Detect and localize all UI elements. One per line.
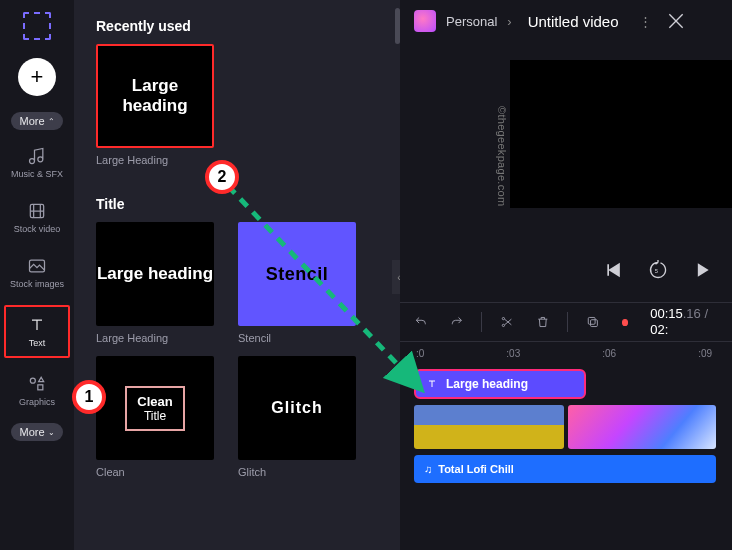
- text-icon: [27, 315, 47, 335]
- film-icon: [27, 201, 47, 221]
- template-thumb: Stencil: [238, 222, 356, 326]
- text-clip[interactable]: Large heading: [414, 369, 586, 399]
- divider: [567, 312, 568, 332]
- video-clip[interactable]: [414, 405, 564, 449]
- workspace-name[interactable]: Personal: [446, 14, 497, 29]
- svg-rect-8: [589, 317, 596, 324]
- svg-rect-3: [38, 385, 43, 390]
- video-track: [414, 405, 718, 449]
- sidebar-item-label: Stock images: [10, 279, 64, 289]
- timecode: 00:15.16 / 02:: [650, 306, 718, 338]
- record-indicator: [622, 319, 628, 326]
- image-icon: [27, 256, 47, 276]
- svg-point-5: [502, 317, 504, 319]
- play-icon[interactable]: [692, 260, 712, 280]
- music-note-icon: ♫: [424, 463, 432, 475]
- template-label: Glitch: [238, 466, 356, 478]
- annotation-step-1: 1: [72, 380, 106, 414]
- svg-text:5: 5: [655, 268, 658, 274]
- more-button-top[interactable]: More⌃: [11, 112, 62, 130]
- text-icon: [426, 378, 438, 390]
- skip-back-icon[interactable]: [604, 260, 624, 280]
- sidebar-item-label: Text: [29, 338, 46, 348]
- sidebar-item-label: Graphics: [19, 397, 55, 407]
- kebab-icon[interactable]: ⋮: [639, 14, 652, 29]
- svg-rect-7: [591, 320, 598, 327]
- video-clip[interactable]: [568, 405, 716, 449]
- template-thumb: Glitch: [238, 356, 356, 460]
- copy-icon[interactable]: [586, 314, 600, 330]
- playback-controls: 5: [400, 260, 732, 280]
- rewind-icon[interactable]: 5: [648, 260, 668, 280]
- chevron-up-icon: ⌃: [48, 117, 55, 126]
- ruler-tick: :06: [602, 348, 616, 359]
- music-icon: [27, 146, 47, 166]
- template-card-large-heading[interactable]: Large heading Large Heading: [96, 222, 214, 344]
- recently-used-header: Recently used: [96, 18, 384, 34]
- template-card-glitch[interactable]: Glitch Glitch: [238, 356, 356, 478]
- template-label: Large Heading: [96, 332, 214, 344]
- ruler-tick: :03: [506, 348, 520, 359]
- sidebar-item-label: Music & SFX: [11, 169, 63, 179]
- template-thumb: Large heading: [96, 44, 214, 148]
- sidebar-item-label: Stock video: [14, 224, 61, 234]
- trash-icon[interactable]: [536, 314, 550, 330]
- chevron-down-icon: ⌄: [48, 428, 55, 437]
- text-templates-panel: Recently used Large heading Large Headin…: [74, 0, 400, 550]
- sidebar-item-text[interactable]: Text: [4, 305, 70, 358]
- template-card-stencil[interactable]: Stencil Stencil: [238, 222, 356, 344]
- svg-point-6: [502, 324, 504, 326]
- template-label: Large Heading: [96, 154, 214, 166]
- ruler-tick: :0: [416, 348, 424, 359]
- template-label: Stencil: [238, 332, 356, 344]
- redo-icon[interactable]: [450, 314, 464, 330]
- title-header: Title: [96, 196, 384, 212]
- template-thumb: CleanTitle: [96, 356, 214, 460]
- time-ruler[interactable]: :0 :03 :06 :09: [414, 342, 718, 369]
- app-logo[interactable]: [23, 12, 51, 40]
- chevron-right-icon: ›: [507, 14, 511, 29]
- left-sidebar: + More⌃ Music & SFX Stock video Stock im…: [0, 0, 74, 550]
- ruler-tick: :09: [698, 348, 712, 359]
- shapes-icon: [27, 374, 47, 394]
- video-preview[interactable]: [510, 60, 732, 208]
- template-label: Clean: [96, 466, 214, 478]
- template-thumb: Large heading: [96, 222, 214, 326]
- sidebar-item-stock-images[interactable]: Stock images: [4, 250, 70, 295]
- sidebar-item-graphics[interactable]: Graphics: [4, 368, 70, 413]
- top-bar: Personal › Untitled video ⋮: [400, 0, 732, 42]
- svg-point-2: [30, 378, 35, 383]
- annotation-step-2: 2: [205, 160, 239, 194]
- clip-label: Total Lofi Chill: [438, 463, 514, 475]
- sidebar-item-music[interactable]: Music & SFX: [4, 140, 70, 185]
- workspace-avatar[interactable]: [414, 10, 436, 32]
- timeline-toolbar: 00:15.16 / 02:: [400, 302, 732, 342]
- template-card-large-heading-recent[interactable]: Large heading Large Heading: [96, 44, 214, 166]
- editor-area: Personal › Untitled video ⋮ ©thegeekpage…: [400, 0, 732, 550]
- undo-icon[interactable]: [414, 314, 428, 330]
- timeline[interactable]: :0 :03 :06 :09 Large heading ♫ Total Lof…: [400, 342, 732, 550]
- clip-label: Large heading: [446, 377, 528, 391]
- export-icon[interactable]: [666, 11, 686, 31]
- more-button-bottom[interactable]: More⌄: [11, 423, 62, 441]
- project-title[interactable]: Untitled video: [528, 13, 619, 30]
- audio-clip[interactable]: ♫ Total Lofi Chill: [414, 455, 716, 483]
- template-card-clean-title[interactable]: CleanTitle Clean: [96, 356, 214, 478]
- watermark-text: ©thegeekpage.com: [496, 106, 508, 206]
- sidebar-item-stock-video[interactable]: Stock video: [4, 195, 70, 240]
- split-icon[interactable]: [500, 314, 514, 330]
- divider: [481, 312, 482, 332]
- add-button[interactable]: +: [18, 58, 56, 96]
